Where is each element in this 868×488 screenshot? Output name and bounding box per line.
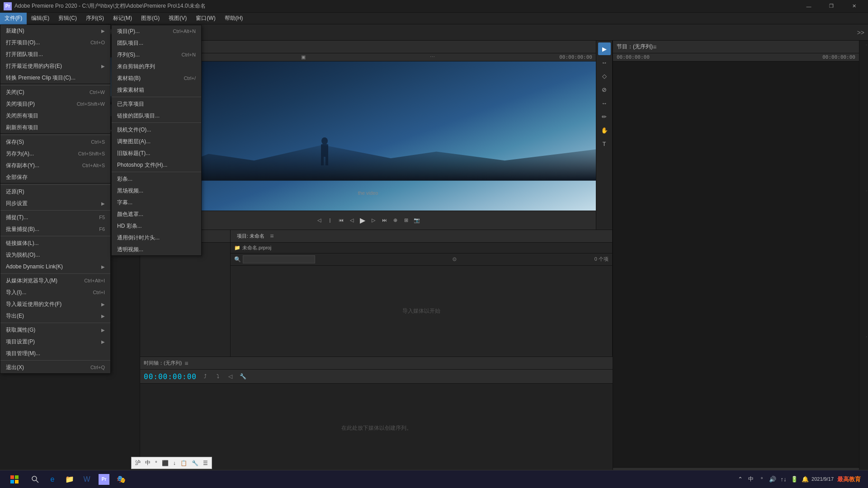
menu-close-all[interactable]: 关闭所有项目 [0,110,110,122]
tl-wrench-btn[interactable]: 🔧 [238,371,248,381]
menu-project-manager[interactable]: 项目管理(M)... [0,347,110,359]
tray-network[interactable]: ↑↓ [779,475,788,484]
maximize-button[interactable]: ❐ [821,0,842,13]
menu-save-copy[interactable]: 保存副本(Y)... Ctrl+Alt+S [0,160,110,171]
menu-graphics[interactable]: 图形(G) [137,13,164,24]
source-skip-back[interactable]: ⏮ [336,216,345,225]
taskbar-edge[interactable]: e [44,471,61,488]
menu-import-recent[interactable]: 导入最近使用的文件(F) ▶ [0,298,110,310]
tray-notification[interactable]: 🔔 [801,475,810,484]
new-photoshop[interactable]: Photoshop 文件(H)... [112,159,201,171]
new-countdown[interactable]: 通用倒计时片头... [112,232,201,244]
close-button[interactable]: ✕ [844,0,864,13]
tray-ime[interactable]: 中 [746,475,755,484]
minimize-button[interactable]: — [798,0,819,13]
menu-make-offline[interactable]: 设为脱机(O)... [0,249,110,261]
ime-item-7[interactable]: 🔧 [190,459,200,467]
source-step-back[interactable]: ◁ [347,216,356,225]
new-search-bin[interactable]: 搜索素材箱 [112,84,201,96]
menu-close[interactable]: 关闭(C) Ctrl+W [0,86,110,98]
ripple-edit-btn[interactable]: ◇ [598,70,611,82]
menu-project-settings[interactable]: 项目设置(P) ▶ [0,336,110,347]
tl-lift-btn[interactable]: ⤴ [200,371,210,381]
selection-tool-btn[interactable]: ▶ [598,42,611,55]
tray-battery[interactable]: 🔋 [790,475,799,484]
project-search-input[interactable] [243,255,315,263]
menu-recent[interactable]: 打开最近使用的内容(E) ▶ [0,60,110,72]
tray-temp[interactable]: ° [757,475,766,484]
hand-tool-btn[interactable]: ✋ [598,124,611,136]
ime-item-5[interactable]: ↓ [171,459,178,467]
menu-link-media[interactable]: 链接媒体(L)... [0,237,110,249]
menu-convert[interactable]: 转换 Premiere Clip 项目(C)... [0,72,110,84]
menu-refresh-all[interactable]: 刷新所有项目 [0,122,110,133]
menu-edit[interactable]: 编辑(E) [27,13,54,24]
ime-item-4[interactable]: ⬛ [160,459,170,467]
menu-window[interactable]: 窗口(W) [191,13,220,24]
text-tool-btn[interactable]: T [598,137,611,150]
new-project[interactable]: 项目(P)... Ctrl+Alt+N [112,25,201,37]
new-color-matte[interactable]: 颜色遮罩... [112,208,201,220]
nav-more-btn[interactable]: >> [857,29,864,36]
new-seq-from-clip[interactable]: 来自剪辑的序列 [112,61,201,72]
menu-revert[interactable]: 还原(R) [0,186,110,197]
source-export[interactable]: 📷 [412,216,421,225]
menu-file[interactable]: 文件(F) [0,13,27,24]
source-step-fwd[interactable]: ▷ [369,216,378,225]
menu-marker[interactable]: 标记(M) [108,13,137,24]
menu-dynamic-link[interactable]: Adobe Dynamic Link(K) ▶ [0,261,110,272]
menu-new[interactable]: 新建(N) ▶ [0,25,110,37]
ime-item-3[interactable]: ° [153,459,159,467]
start-button[interactable] [4,472,25,487]
menu-clip[interactable]: 剪辑(C) [54,13,81,24]
new-transparent[interactable]: 透明视频... [112,244,201,255]
new-team-project[interactable]: 团队项目... [112,37,201,49]
ime-item-8[interactable]: ☰ [201,459,210,467]
menu-batch-capture[interactable]: 批量捕捉(B)... F6 [0,223,110,235]
source-overwrite[interactable]: ⊞ [401,216,410,225]
menu-sync-settings[interactable]: 同步设置 ▶ [0,197,110,209]
source-insert[interactable]: ⊕ [391,216,400,225]
razor-tool-btn[interactable]: ⊘ [598,83,611,96]
source-mark-in[interactable]: ◁ [315,216,324,225]
new-shared-project[interactable]: 已共享项目 [112,98,201,110]
menu-export[interactable]: 导出(E) ▶ [0,310,110,322]
new-color-bars[interactable]: 彩条... [112,173,201,185]
menu-open-team[interactable]: 打开团队项目... [0,48,110,60]
new-legacy-title[interactable]: 旧版标题(T)... [112,147,201,159]
tl-extract-btn[interactable]: ⤵ [213,371,223,381]
track-select-tool-btn[interactable]: ↔ [598,56,611,69]
source-mark-out[interactable]: | [326,216,335,225]
pen-tool-btn[interactable]: ✏ [598,110,611,123]
taskbar-item-5[interactable]: 🎭 [113,471,129,488]
menu-quit[interactable]: 退出(X) Ctrl+Q [0,361,110,373]
taskbar-clock[interactable]: 2021/9/17 [811,476,834,483]
menu-close-project[interactable]: 关闭项目(P) Ctrl+Shift+W [0,98,110,110]
menu-import[interactable]: 导入(I)... Ctrl+I [0,286,110,298]
new-offline-file[interactable]: 脱机文件(O)... [112,124,201,136]
new-sequence[interactable]: 序列(S)... Ctrl+N [112,49,201,61]
taskbar-premiere[interactable]: Pr [96,471,112,488]
menu-save[interactable]: 保存(S) Ctrl+S [0,136,110,148]
menu-get-props[interactable]: 获取属性(G) ▶ [0,324,110,336]
new-hd-bars[interactable]: HD 彩条... [112,220,201,232]
new-caption[interactable]: 字幕... [112,197,201,208]
menu-save-as[interactable]: 另存为(A)... Ctrl+Shift+S [0,148,110,160]
ime-item-2[interactable]: 中 [143,458,152,468]
menu-capture[interactable]: 捕捉(T)... F5 [0,211,110,223]
taskbar-word[interactable]: W [79,471,95,488]
tray-chevron[interactable]: ⌃ [736,475,745,484]
tray-volume[interactable]: 🔊 [768,475,777,484]
menu-help[interactable]: 帮助(H) [220,13,248,24]
taskbar-search[interactable] [27,471,43,488]
ime-item-1[interactable]: 沪 [133,458,142,468]
source-play[interactable]: ▶ [358,216,367,225]
new-linked-team[interactable]: 链接的团队项目... [112,110,201,122]
source-skip-fwd[interactable]: ⏭ [380,216,389,225]
menu-open-project[interactable]: 打开项目(O)... Ctrl+O [0,37,110,48]
menu-sequence[interactable]: 序列(S) [81,13,108,24]
project-panel-tab[interactable]: 项目: 未命名 [234,233,267,239]
slip-tool-btn[interactable]: ↔ [598,97,611,109]
tl-mark-in[interactable]: ◁ [226,371,236,381]
new-adjustment[interactable]: 调整图层(A)... [112,136,201,147]
